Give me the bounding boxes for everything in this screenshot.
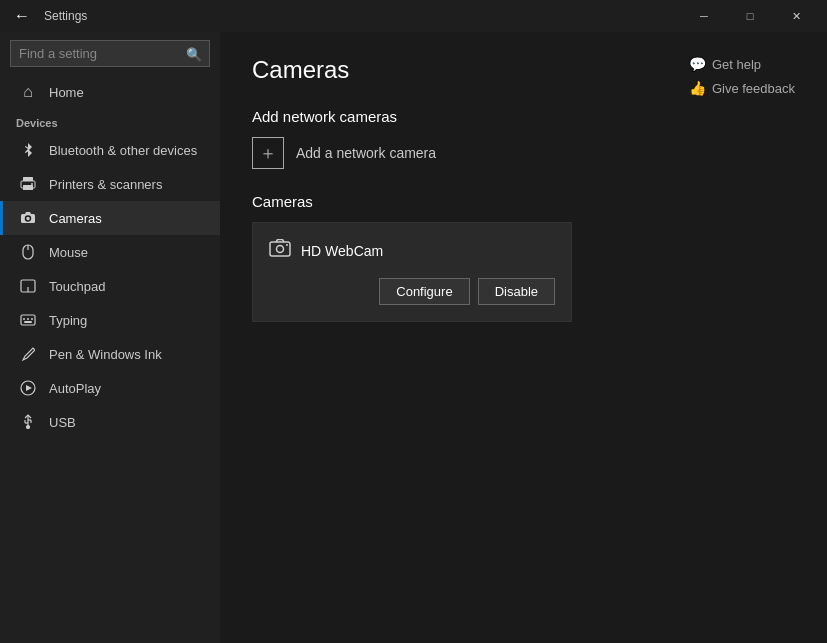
configure-button[interactable]: Configure bbox=[379, 278, 469, 305]
svg-point-22 bbox=[27, 426, 30, 429]
bluetooth-icon bbox=[19, 141, 37, 159]
search-container: 🔍 bbox=[0, 32, 220, 75]
add-camera-box: ＋ bbox=[252, 137, 284, 169]
sidebar-item-touchpad[interactable]: Touchpad bbox=[0, 269, 220, 303]
svg-point-3 bbox=[31, 183, 33, 185]
sidebar-item-label: AutoPlay bbox=[49, 381, 101, 396]
camera-sidebar-icon bbox=[19, 209, 37, 227]
printer-icon bbox=[19, 175, 37, 193]
back-icon: ← bbox=[14, 7, 30, 25]
sidebar-item-usb[interactable]: USB bbox=[0, 405, 220, 439]
add-camera-row[interactable]: ＋ Add a network camera bbox=[252, 137, 795, 169]
home-icon: ⌂ bbox=[19, 83, 37, 101]
search-icon: 🔍 bbox=[186, 46, 202, 61]
camera-card-actions: Configure Disable bbox=[269, 278, 555, 305]
usb-icon bbox=[19, 413, 37, 431]
pen-icon bbox=[19, 345, 37, 363]
svg-rect-2 bbox=[23, 185, 33, 190]
sidebar-item-autoplay[interactable]: AutoPlay bbox=[0, 371, 220, 405]
camera-device-icon bbox=[269, 239, 291, 262]
sidebar-item-typing[interactable]: Typing bbox=[0, 303, 220, 337]
touchpad-icon bbox=[19, 277, 37, 295]
autoplay-icon bbox=[19, 379, 37, 397]
feedback-icon: 👍 bbox=[689, 80, 706, 96]
sidebar-item-label: USB bbox=[49, 415, 76, 430]
sidebar-item-label: Pen & Windows Ink bbox=[49, 347, 162, 362]
camera-name: HD WebCam bbox=[301, 243, 383, 259]
sidebar-item-home[interactable]: ⌂ Home bbox=[0, 75, 220, 109]
minimize-button[interactable]: ─ bbox=[681, 0, 727, 32]
sidebar: 🔍 ⌂ Home Devices Bluetooth & other devic… bbox=[0, 32, 220, 643]
sidebar-item-label: Mouse bbox=[49, 245, 88, 260]
svg-point-25 bbox=[286, 244, 288, 246]
sidebar-item-label: Touchpad bbox=[49, 279, 105, 294]
get-help-link[interactable]: 💬 Get help bbox=[689, 56, 795, 72]
sidebar-item-bluetooth[interactable]: Bluetooth & other devices bbox=[0, 133, 220, 167]
sidebar-item-mouse[interactable]: Mouse bbox=[0, 235, 220, 269]
mouse-icon bbox=[19, 243, 37, 261]
sidebar-item-cameras[interactable]: Cameras bbox=[0, 201, 220, 235]
svg-rect-0 bbox=[23, 177, 33, 181]
get-help-label: Get help bbox=[712, 57, 761, 72]
titlebar-title: Settings bbox=[44, 9, 87, 23]
typing-icon bbox=[19, 311, 37, 329]
sidebar-item-label: Cameras bbox=[49, 211, 102, 226]
svg-point-24 bbox=[277, 246, 284, 253]
main-content: 💬 Get help 👍 Give feedback Cameras Add n… bbox=[220, 32, 827, 643]
sidebar-section-label: Devices bbox=[0, 109, 220, 133]
disable-button[interactable]: Disable bbox=[478, 278, 555, 305]
sidebar-item-label: Bluetooth & other devices bbox=[49, 143, 197, 158]
back-button[interactable]: ← bbox=[8, 2, 36, 30]
plus-icon: ＋ bbox=[259, 141, 277, 165]
camera-card-header: HD WebCam bbox=[269, 239, 555, 262]
svg-marker-16 bbox=[26, 385, 32, 391]
sidebar-item-pen[interactable]: Pen & Windows Ink bbox=[0, 337, 220, 371]
cameras-section-title: Cameras bbox=[252, 193, 795, 210]
maximize-button[interactable]: □ bbox=[727, 0, 773, 32]
app-body: 🔍 ⌂ Home Devices Bluetooth & other devic… bbox=[0, 32, 827, 643]
titlebar-left: ← Settings bbox=[8, 2, 87, 30]
feedback-link[interactable]: 👍 Give feedback bbox=[689, 80, 795, 96]
sidebar-item-label: Home bbox=[49, 85, 84, 100]
camera-card: HD WebCam Configure Disable bbox=[252, 222, 572, 322]
sidebar-item-label: Typing bbox=[49, 313, 87, 328]
get-help-icon: 💬 bbox=[689, 56, 706, 72]
help-links: 💬 Get help 👍 Give feedback bbox=[689, 56, 795, 96]
add-camera-label: Add a network camera bbox=[296, 145, 436, 161]
close-button[interactable]: ✕ bbox=[773, 0, 819, 32]
add-network-section-title: Add network cameras bbox=[252, 108, 795, 125]
sidebar-item-label: Printers & scanners bbox=[49, 177, 162, 192]
search-input[interactable] bbox=[10, 40, 210, 67]
titlebar: ← Settings ─ □ ✕ bbox=[0, 0, 827, 32]
sidebar-item-printers[interactable]: Printers & scanners bbox=[0, 167, 220, 201]
titlebar-controls: ─ □ ✕ bbox=[681, 0, 819, 32]
feedback-label: Give feedback bbox=[712, 81, 795, 96]
